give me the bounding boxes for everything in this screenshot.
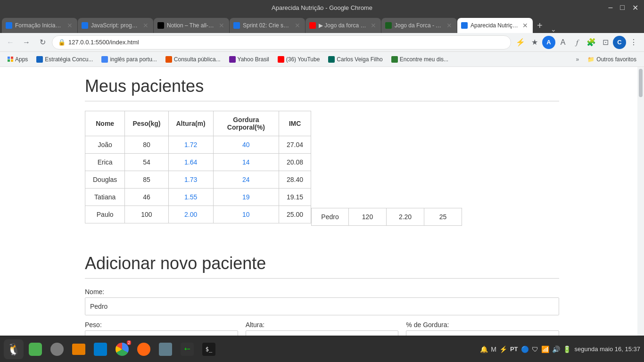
bookmark-encontre[interactable]: Encontre meu dis...	[388, 54, 452, 65]
bookmark-ingles[interactable]: inglês para portu...	[98, 54, 160, 65]
tab-favicon-jogo2	[385, 22, 392, 29]
menu-button[interactable]: ⋮	[627, 36, 640, 49]
table-container: Nome Peso(kg) Altura(m) Gordura Corporal…	[85, 111, 311, 228]
folder-icon: 📁	[587, 56, 594, 63]
cell-imc-douglas: 28.40	[279, 171, 311, 189]
peso-group: Peso:	[85, 321, 238, 336]
battery-icon[interactable]: 🔋	[563, 346, 571, 353]
restore-button[interactable]: □	[618, 3, 627, 12]
bookmark-youtube[interactable]: (36) YouTube	[274, 54, 324, 65]
bluetooth-icon[interactable]: 🔵	[521, 346, 529, 353]
close-button[interactable]: ✕	[630, 3, 640, 12]
bookmarks-more-button[interactable]: »	[572, 54, 583, 65]
tab-notion[interactable]: Notion – The all-in... ✕	[154, 18, 229, 33]
tab-close-js[interactable]: ✕	[142, 22, 149, 29]
scrollbar[interactable]	[637, 67, 644, 336]
peso-input[interactable]	[85, 330, 238, 336]
tab-jogo2[interactable]: Jogo da Forca - Al... ✕	[381, 18, 457, 33]
bookmark-button[interactable]: ★	[528, 36, 541, 49]
back-button[interactable]: ←	[4, 36, 17, 49]
bookmark-estrategia[interactable]: Estratégia Concu...	[33, 54, 97, 65]
mail-icon[interactable]: M	[491, 346, 496, 353]
vpn-icon[interactable]: ⚡	[499, 346, 507, 353]
profile-avatar[interactable]: A	[542, 36, 555, 49]
cell-imc-paulo: 25.00	[279, 206, 311, 223]
bookmark-favicon-ingles	[101, 56, 108, 63]
altura-input[interactable]	[246, 330, 399, 336]
taskbar-time: segunda maio 16, 15:37	[575, 346, 641, 353]
extra-cell-gordura: 25	[424, 208, 462, 226]
new-tab-button[interactable]: +	[533, 18, 546, 33]
altura-group: Altura:	[246, 321, 399, 336]
form-divider	[85, 278, 559, 279]
extra-patient-row: Pedro 120 2.20 25	[311, 208, 462, 226]
bookmark-apps-label: Apps	[15, 56, 28, 63]
taskbar-badge[interactable]: 2	[112, 339, 132, 359]
tab-formacao[interactable]: Formação Iniciante ✕	[2, 18, 77, 33]
url-bar[interactable]: 🔒 127.0.0.1:5500/index.html	[52, 35, 511, 49]
tab-menu-button[interactable]: ⌄	[547, 25, 560, 33]
table-row: Erica 54 1.64 14 20.08	[85, 154, 311, 171]
taskbar-calc[interactable]: +−	[177, 339, 197, 359]
extra-cell-altura: 2.20	[387, 208, 424, 226]
bookmark-label-encontre: Encontre meu dis...	[400, 56, 448, 63]
tab-sprint[interactable]: Sprint 02: Crie seu... ✕	[230, 18, 305, 33]
main-content: Meus pacientes Nome Peso(kg) Altura(m) G…	[0, 67, 644, 336]
bookmark-label-outros: Outros favoritos	[596, 56, 636, 63]
bookmark-carlos[interactable]: Carlos Veiga Filho	[324, 54, 386, 65]
refresh-button[interactable]: ↻	[36, 36, 49, 49]
bookmark-yahoo[interactable]: Yahoo Brasil	[225, 54, 273, 65]
tab-label-nutricao: Aparecida Nutrição	[471, 22, 519, 29]
nome-input[interactable]	[85, 297, 559, 315]
taskbar-linux[interactable]: 🐧	[4, 339, 24, 359]
shield-icon[interactable]: 🛡	[532, 346, 538, 353]
notification-icon[interactable]: 🔔	[480, 346, 488, 353]
heading-divider	[85, 101, 559, 101]
forward-button[interactable]: →	[20, 36, 33, 49]
taskbar-files2[interactable]	[69, 339, 89, 359]
font-button[interactable]: A	[556, 36, 570, 49]
table-row: João 80 1.72 40 27.04	[85, 136, 311, 154]
math-button[interactable]: 𝑓	[570, 36, 584, 49]
bookmark-label-consulta: Consulta pública...	[174, 56, 221, 63]
cell-peso-paulo: 100	[125, 206, 168, 223]
bookmark-apps[interactable]: Apps	[4, 54, 32, 65]
tab-close-formacao[interactable]: ✕	[66, 22, 74, 29]
extensions-button[interactable]: ⚡	[514, 36, 527, 49]
bookmark-outros[interactable]: 📁 Outros favoritos	[584, 54, 640, 65]
taskbar-settings[interactable]	[47, 339, 67, 359]
scrollbar-thumb	[639, 69, 643, 97]
gordura-input[interactable]	[406, 330, 559, 336]
tab-close-jogo2[interactable]: ✕	[446, 22, 453, 29]
tab-favicon-formacao	[6, 22, 12, 29]
cell-altura-douglas: 1.73	[168, 171, 213, 189]
tab-nutricao[interactable]: Aparecida Nutrição ✕	[457, 18, 533, 33]
cell-imc-joao: 27.04	[279, 136, 311, 154]
tab-close-jogo1[interactable]: ✕	[370, 22, 377, 29]
tab-close-sprint[interactable]: ✕	[294, 22, 301, 29]
taskbar-files[interactable]	[25, 339, 45, 359]
user-avatar[interactable]: C	[613, 36, 626, 49]
sound-icon[interactable]: 🔊	[552, 346, 560, 353]
taskbar-firefox[interactable]	[134, 339, 154, 359]
bookmarks-bar: Apps Estratégia Concu... inglês para por…	[0, 52, 644, 67]
firefox-icon	[137, 343, 150, 356]
taskbar: 🐧 2 +− $_ 🔔	[0, 336, 644, 362]
tab-label-formacao: Formação Iniciante	[15, 22, 63, 29]
taskbar-doc[interactable]	[156, 339, 175, 359]
cell-imc-tatiana: 19.15	[279, 189, 311, 206]
tab-close-nutricao[interactable]: ✕	[521, 22, 529, 29]
taskbar-vscode[interactable]	[91, 339, 110, 359]
bookmark-consulta[interactable]: Consulta pública...	[162, 54, 224, 65]
wifi-icon[interactable]: 📶	[541, 346, 549, 353]
minimize-button[interactable]: –	[606, 3, 614, 12]
gordura-label: % de Gordura:	[406, 321, 559, 329]
puzzle-button[interactable]: 🧩	[585, 36, 598, 49]
taskbar-terminal[interactable]: $_	[199, 339, 219, 359]
keyboard-icon[interactable]: PT	[510, 346, 518, 353]
tab-javascript[interactable]: JavaScript: progra... ✕	[78, 18, 153, 33]
window-controls: – □ ✕	[606, 3, 640, 12]
tab-close-notion[interactable]: ✕	[218, 22, 225, 29]
tab-jogo1[interactable]: ▶ Jogo da forca -... ✕	[305, 18, 381, 33]
layout-button[interactable]: ⊡	[599, 36, 612, 49]
